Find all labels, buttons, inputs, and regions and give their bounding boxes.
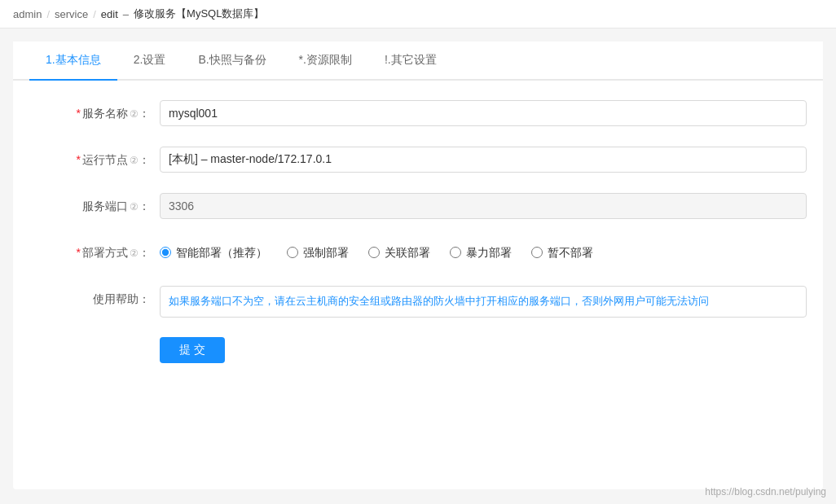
submit-row: 提 交 [29,337,807,363]
submit-button[interactable]: 提 交 [160,337,225,363]
run-node-control [160,147,807,173]
help-row: 使用帮助： 如果服务端口不为空，请在云主机商的安全组或路由器的防火墙中打开相应的… [29,286,807,318]
required-mark: * [77,107,81,120]
page-title: 修改服务【MySQL数据库】 [134,7,264,21]
run-node-label: *运行节点②： [29,147,160,173]
tab-basic[interactable]: 1.基本信息 [29,42,117,81]
radio-brute[interactable]: 暴力部署 [450,239,512,265]
tab-other[interactable]: !.其它设置 [368,42,453,81]
radio-brute-input[interactable] [450,247,461,258]
form-area: *服务名称②： *运行节点②： 服务端口②： [13,81,823,402]
service-port-label: 服务端口②： [29,193,160,220]
radio-smart[interactable]: 智能部署（推荐） [160,239,267,265]
radio-smart-label: 智能部署（推荐） [176,239,267,265]
service-name-row: *服务名称②： [29,100,807,127]
service-name-control [160,100,807,126]
tab-snapshot[interactable]: B.快照与备份 [182,42,282,81]
radio-linked-input[interactable] [368,247,380,258]
tab-bar: 1.基本信息 2.设置 B.快照与备份 *.资源限制 !.其它设置 [13,42,823,81]
radio-linked-label: 关联部署 [385,239,430,265]
run-node-help-icon: ② [130,155,139,166]
deploy-mode-label: *部署方式②： [29,239,160,266]
breadcrumb-sep-2: / [93,8,96,20]
deploy-help-icon: ② [130,248,139,259]
service-name-help-icon: ② [130,108,139,120]
service-name-label: *服务名称②： [29,100,160,127]
breadcrumb: admin / service / edit – 修改服务【MySQL数据库】 [0,0,836,28]
radio-none-label: 暂不部署 [548,239,593,265]
tab-settings[interactable]: 2.设置 [117,42,183,81]
service-name-input[interactable] [160,100,807,126]
deploy-required: * [77,246,81,259]
radio-linked[interactable]: 关联部署 [368,239,430,265]
radio-force[interactable]: 强制部署 [287,239,349,265]
service-port-control [160,193,807,219]
help-label: 使用帮助： [29,286,160,312]
help-text-content: 如果服务端口不为空，请在云主机商的安全组或路由器的防火墙中打开相应的服务端口，否… [160,286,807,318]
service-port-row: 服务端口②： [29,193,807,220]
radio-force-input[interactable] [287,247,298,258]
breadcrumb-sep-1: / [46,8,50,20]
service-port-help-icon: ② [130,201,139,213]
radio-none[interactable]: 暂不部署 [531,239,593,265]
run-node-required: * [77,153,81,166]
radio-brute-label: 暴力部署 [466,239,512,265]
tab-resources[interactable]: *.资源限制 [283,42,368,81]
run-node-input[interactable] [160,147,807,173]
deploy-mode-row: *部署方式②： 智能部署（推荐） 强制部署 关联部署 [29,239,807,266]
breadcrumb-title-sep: – [123,8,129,20]
breadcrumb-edit: edit [101,8,118,20]
radio-group-deploy: 智能部署（推荐） 强制部署 关联部署 暴力部署 [160,239,807,265]
breadcrumb-service[interactable]: service [55,8,88,20]
service-port-input[interactable] [160,193,807,219]
run-node-row: *运行节点②： [29,147,807,173]
deploy-mode-control: 智能部署（推荐） 强制部署 关联部署 暴力部署 [160,239,807,265]
radio-none-input[interactable] [531,247,543,258]
breadcrumb-admin[interactable]: admin [13,8,42,20]
radio-force-label: 强制部署 [303,239,349,265]
radio-smart-input[interactable] [160,247,171,258]
main-panel: 1.基本信息 2.设置 B.快照与备份 *.资源限制 !.其它设置 *服务名称②… [13,42,823,489]
footer-link: https://blog.csdn.net/pulying [705,486,826,497]
help-control: 如果服务端口不为空，请在云主机商的安全组或路由器的防火墙中打开相应的服务端口，否… [160,286,807,318]
